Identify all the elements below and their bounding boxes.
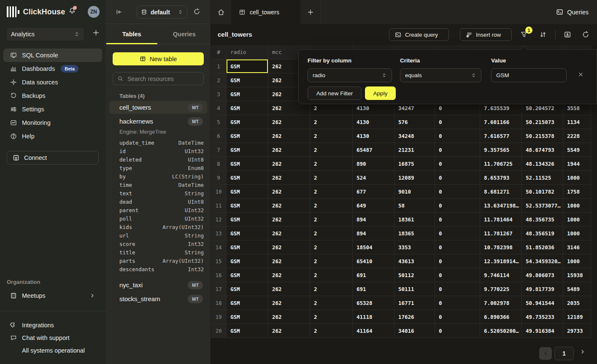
table-cell[interactable]: 0 xyxy=(435,157,480,171)
table-cell[interactable]: 8.681271 xyxy=(480,185,522,199)
table-item-hackernews[interactable]: hackernews MT xyxy=(109,115,207,128)
table-cell[interactable]: 0 xyxy=(435,310,480,324)
table-cell[interactable]: 52.5373077… xyxy=(522,199,563,213)
table-cell[interactable]: 890 xyxy=(353,157,394,171)
header-cell[interactable]: # xyxy=(211,45,227,59)
table-cell[interactable]: 262 xyxy=(268,240,310,254)
table-cell[interactable]: GSM xyxy=(227,129,268,143)
sidebar-nav-item[interactable]: Monitoring xyxy=(3,116,102,129)
table-cell[interactable]: GSM xyxy=(227,171,268,185)
table-cell[interactable]: 894 xyxy=(353,213,394,226)
table-cell[interactable]: 6.52050200… xyxy=(480,324,522,338)
table-cell[interactable]: 649 xyxy=(353,199,394,213)
table-cell[interactable]: 0 xyxy=(435,240,480,254)
table-cell[interactable]: 1000 xyxy=(563,254,591,268)
filter-value-input[interactable]: GSM xyxy=(491,68,567,82)
table-cell[interactable]: 50111 xyxy=(394,282,435,296)
database-select[interactable]: default xyxy=(137,5,187,19)
table-cell[interactable]: 0 xyxy=(435,324,480,338)
table-cell[interactable]: 41118 xyxy=(353,310,394,324)
table-cell[interactable]: 0 xyxy=(435,129,480,143)
table-cell[interactable]: 9.770225 xyxy=(480,282,522,296)
table-cell[interactable]: 7.002978 xyxy=(480,296,522,310)
table-cell[interactable]: 2 xyxy=(310,157,353,171)
table-cell[interactable]: 0 xyxy=(435,268,480,282)
table-cell[interactable]: 5549 xyxy=(563,143,591,157)
table-cell[interactable]: 11.706725 xyxy=(480,157,522,171)
table-cell[interactable]: 6.890366 xyxy=(480,310,522,324)
table-cell[interactable]: 9010 xyxy=(394,185,435,199)
table-cell[interactable]: GSM xyxy=(227,87,268,101)
table-cell[interactable]: 0 xyxy=(435,282,480,296)
queries-button[interactable]: Queries xyxy=(548,0,597,24)
table-cell[interactable]: 262 xyxy=(268,157,310,171)
table-cell[interactable]: 2 xyxy=(310,226,353,240)
table-cell[interactable]: 51.852036 xyxy=(522,240,563,254)
new-table-button[interactable]: New table xyxy=(113,52,204,65)
sort-icon[interactable] xyxy=(539,31,547,38)
table-cell[interactable]: 2 xyxy=(310,115,353,129)
table-cell[interactable]: 0 xyxy=(435,213,480,226)
table-cell[interactable]: 12189 xyxy=(563,310,591,324)
table-cell[interactable]: 5489 xyxy=(563,282,591,296)
apply-filter-button[interactable]: Apply xyxy=(365,86,396,100)
table-cell[interactable]: 0 xyxy=(435,185,480,199)
table-cell[interactable]: 2035 xyxy=(563,296,591,310)
table-cell[interactable]: 50112 xyxy=(394,268,435,282)
table-cell[interactable]: 48.134326 xyxy=(522,157,563,171)
table-cell[interactable]: 18365 xyxy=(394,226,435,240)
table-cell[interactable]: 2 xyxy=(310,185,353,199)
sidebar-nav-item[interactable]: Help xyxy=(3,129,102,143)
table-cell[interactable]: 48.356735 xyxy=(522,213,563,226)
sidebar-footer-item[interactable]: All systems operational xyxy=(3,344,102,357)
table-cell[interactable]: 34248 xyxy=(394,129,435,143)
table-cell[interactable]: 50.215378 xyxy=(522,129,563,143)
sidebar-nav-item[interactable]: Data sources xyxy=(3,75,102,89)
sidebar-nav-item[interactable]: Dashboards Beta xyxy=(3,62,102,75)
table-cell[interactable]: GSM xyxy=(227,282,268,296)
table-cell[interactable]: 65410 xyxy=(353,254,394,268)
table-cell[interactable]: 10.782398 xyxy=(480,240,522,254)
table-cell[interactable]: 691 xyxy=(353,268,394,282)
add-new-filter-button[interactable]: Add new Filter xyxy=(308,86,362,100)
table-cell[interactable]: 9.746114 xyxy=(480,268,522,282)
table-cell[interactable]: 49.817739 xyxy=(522,282,563,296)
table-cell[interactable]: GSM xyxy=(227,268,268,282)
table-cell[interactable]: 1758 xyxy=(563,185,591,199)
table-cell[interactable]: 13.6347198… xyxy=(480,199,522,213)
table-cell[interactable]: 2 xyxy=(310,324,353,338)
table-cell[interactable]: 12.3918914… xyxy=(480,254,522,268)
table-cell[interactable]: 0 xyxy=(435,254,480,268)
table-cell[interactable]: 262 xyxy=(268,282,310,296)
header-cell[interactable]: radio xyxy=(227,45,268,59)
refresh-tables-icon[interactable] xyxy=(193,8,200,15)
table-cell[interactable]: 2 xyxy=(310,310,353,324)
table-cell[interactable]: 18504 xyxy=(353,240,394,254)
download-icon[interactable] xyxy=(564,31,571,38)
insert-row-button[interactable]: Insert row xyxy=(460,28,512,41)
table-cell[interactable]: 0 xyxy=(435,296,480,310)
table-cell[interactable]: 262 xyxy=(268,254,310,268)
tab-cell-towers[interactable]: cell_towers xyxy=(231,0,300,24)
table-cell[interactable]: 65328 xyxy=(353,296,394,310)
table-cell[interactable]: 16771 xyxy=(394,296,435,310)
table-cell[interactable]: 12089 xyxy=(394,171,435,185)
tab-tables[interactable]: Tables xyxy=(105,24,158,44)
table-cell[interactable]: 2 xyxy=(310,254,353,268)
table-cell[interactable]: GSM xyxy=(227,254,268,268)
table-cell[interactable]: GSM xyxy=(227,226,268,240)
table-cell[interactable]: 0 xyxy=(435,199,480,213)
table-cell[interactable]: 11.781267 xyxy=(480,226,522,240)
table-cell[interactable]: 17626 xyxy=(394,310,435,324)
table-cell[interactable]: 2 xyxy=(310,213,353,226)
pagination-prev-button[interactable] xyxy=(539,347,552,360)
table-cell[interactable]: GSM xyxy=(227,143,268,157)
table-item-cell-towers[interactable]: cell_towers MT xyxy=(109,101,207,114)
table-cell[interactable]: 8.653793 xyxy=(480,171,522,185)
connect-button[interactable]: Connect xyxy=(7,151,99,164)
table-cell[interactable]: 524 xyxy=(353,171,394,185)
table-cell[interactable]: 11.781464 xyxy=(480,213,522,226)
table-cell[interactable]: GSM xyxy=(227,296,268,310)
sidebar-footer-item[interactable]: Integrations xyxy=(3,319,102,332)
table-cell[interactable]: 50.941544 xyxy=(522,296,563,310)
